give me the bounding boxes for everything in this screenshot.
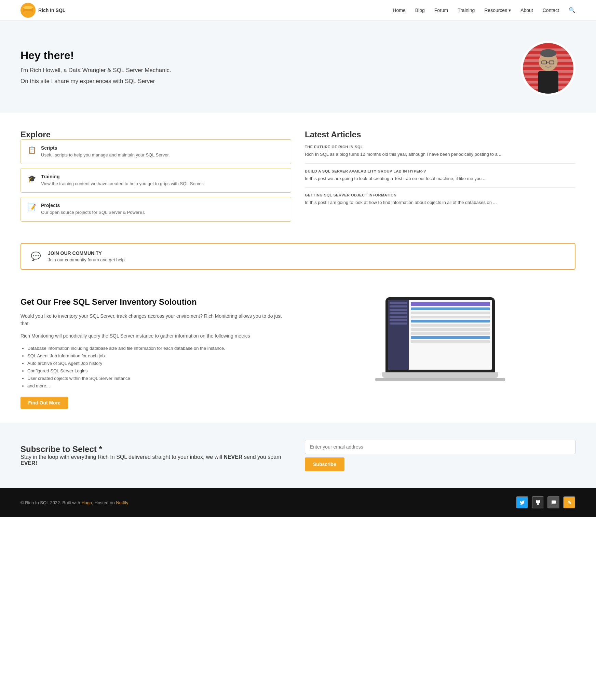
inventory-heading: Get Our Free SQL Server Inventory Solout… [21, 297, 291, 307]
screen-sidebar [388, 300, 409, 370]
hero-intro: I'm Rich Howell, a Data Wrangler & SQL S… [21, 66, 171, 75]
subscribe-heading: Subscribe to Select * [21, 444, 291, 454]
main-content: Explore 📋 Scripts Useful scripts to help… [0, 113, 596, 243]
footer-netlify-link[interactable]: Netlify [116, 500, 128, 505]
laptop-screen-outer [385, 297, 495, 372]
nav-about[interactable]: About [520, 8, 533, 13]
screen-row-1 [411, 307, 490, 310]
nav-links: Home Blog Forum Training Resources ▾ Abo… [393, 7, 575, 13]
footer-social [516, 496, 575, 509]
nav-resources[interactable]: Resources ▾ [484, 8, 511, 13]
forum-button[interactable] [547, 496, 560, 509]
sidebar-item [390, 302, 407, 304]
screen-row-6 [411, 328, 490, 331]
community-description: Join our community forum and get help. [48, 257, 126, 262]
bullet-6: and more... [27, 382, 291, 390]
screen-row-3 [411, 316, 490, 318]
github-button[interactable] [532, 496, 544, 509]
sidebar-item [390, 322, 407, 325]
avatar-image [523, 43, 573, 94]
laptop-screen-inner [388, 300, 492, 370]
svg-point-19 [568, 504, 568, 504]
screen-header-row [411, 302, 490, 306]
site-logo[interactable]: Rich In SQL [21, 3, 65, 18]
logo-text: Rich In SQL [38, 8, 65, 13]
article-item-3: GETTING SQL SERVER OBJECT INFORMATION In… [305, 188, 575, 211]
explore-heading: Explore [21, 130, 291, 139]
explore-section: Explore 📋 Scripts Useful scripts to help… [21, 130, 291, 226]
nav-training[interactable]: Training [458, 8, 475, 13]
screen-row-2 [411, 312, 490, 314]
articles-section: Latest Articles THE FUTURE OF RICH IN SQ… [305, 130, 575, 226]
footer-hosted-text: , Hosted on [92, 500, 116, 505]
subscribe-button[interactable]: Subscribe [305, 457, 344, 471]
footer: © Rich In SQL 2022. Built with Hugo, Hos… [0, 488, 596, 517]
avatar [521, 41, 575, 96]
hero-heading: Hey there! [21, 49, 171, 62]
community-heading: JOIN OUR COMMUNITY [48, 250, 126, 256]
article-item-2: BUILD A SQL SERVER AVAILABILITY GROUP LA… [305, 164, 575, 188]
sidebar-item [390, 316, 407, 318]
articles-heading: Latest Articles [305, 130, 575, 139]
hero-section: Hey there! I'm Rich Howell, a Data Wrang… [0, 20, 596, 113]
article-3-category: GETTING SQL SERVER OBJECT INFORMATION [305, 193, 575, 197]
svg-point-2 [23, 11, 33, 14]
screen-content [388, 300, 492, 370]
sidebar-item [390, 312, 407, 314]
nav-blog[interactable]: Blog [415, 8, 425, 13]
explore-card-projects[interactable]: 📝 Projects Our open source projects for … [21, 197, 291, 221]
ever-text: EVER! [21, 460, 37, 466]
article-2-category: BUILD A SQL SERVER AVAILABILITY GROUP LA… [305, 169, 575, 173]
nav-forum[interactable]: Forum [434, 8, 448, 13]
projects-title: Projects [41, 203, 145, 208]
sidebar-item [390, 305, 407, 307]
training-description: View the training content we have create… [41, 181, 204, 187]
explore-card-scripts[interactable]: 📋 Scripts Useful scripts to help you man… [21, 139, 291, 164]
nav-home[interactable]: Home [393, 8, 405, 13]
email-form: Subscribe [305, 440, 575, 471]
screen-row-7 [411, 332, 490, 335]
inventory-section: Get Our Free SQL Server Inventory Solout… [0, 284, 596, 423]
email-input[interactable] [305, 440, 575, 454]
screen-main [409, 300, 492, 370]
subscribe-text: Subscribe to Select * Stay in the loop w… [21, 444, 291, 466]
scripts-icon: 📋 [28, 146, 36, 154]
sidebar-item [390, 309, 407, 311]
inventory-image [305, 297, 575, 381]
hero-description: On this site I share my experiences with… [21, 77, 171, 86]
sidebar-item [390, 319, 407, 321]
search-button[interactable]: 🔍 [569, 7, 575, 13]
explore-card-training-content: Training View the training content we ha… [41, 174, 204, 187]
sidebar-items [388, 300, 409, 328]
explore-card-training[interactable]: 🎓 Training View the training content we … [21, 168, 291, 193]
rss-button[interactable] [563, 496, 575, 509]
dropdown-arrow-icon: ▾ [509, 8, 511, 13]
explore-card-scripts-content: Scripts Useful scripts to help you manag… [41, 145, 170, 158]
footer-copyright: © Rich In SQL 2022. Built with Hugo, Hos… [21, 500, 128, 505]
inventory-para2: Rich Monitoring will periodically query … [21, 332, 291, 340]
projects-icon: 📝 [28, 203, 36, 211]
laptop-bottom [375, 378, 505, 381]
find-out-more-button[interactable]: Find Out More [21, 397, 68, 409]
bullet-2: SQL Agent Job information for each job. [27, 352, 291, 360]
navigation: Rich In SQL Home Blog Forum Training Res… [0, 0, 596, 20]
subscribe-description: Stay in the loop with everything Rich In… [21, 454, 291, 466]
screen-row-4 [411, 320, 490, 322]
nav-contact[interactable]: Contact [543, 8, 559, 13]
article-3-excerpt: In this post I am going to look at how t… [305, 199, 575, 206]
footer-hugo-link[interactable]: Hugo [81, 500, 92, 505]
hero-text: Hey there! I'm Rich Howell, a Data Wrang… [21, 49, 171, 87]
community-banner[interactable]: 💬 JOIN OUR COMMUNITY Join our community … [21, 243, 575, 270]
svg-point-18 [540, 49, 556, 57]
logo-icon [21, 3, 36, 18]
svg-rect-17 [538, 71, 558, 94]
never-text: NEVER [224, 454, 242, 460]
inventory-bullets: Database information including database … [21, 345, 291, 390]
twitter-button[interactable] [516, 496, 528, 509]
scripts-title: Scripts [41, 145, 170, 151]
inventory-text: Get Our Free SQL Server Inventory Solout… [21, 297, 291, 409]
bullet-4: Configured SQL Server Logins [27, 367, 291, 375]
article-2-excerpt: In this post we are going to look at cre… [305, 175, 575, 182]
explore-card-projects-content: Projects Our open source projects for SQ… [41, 203, 145, 216]
training-title: Training [41, 174, 204, 179]
